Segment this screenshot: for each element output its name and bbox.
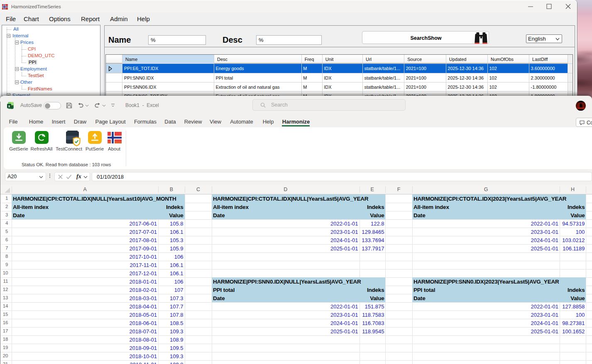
svg-text:x: x <box>8 104 10 108</box>
